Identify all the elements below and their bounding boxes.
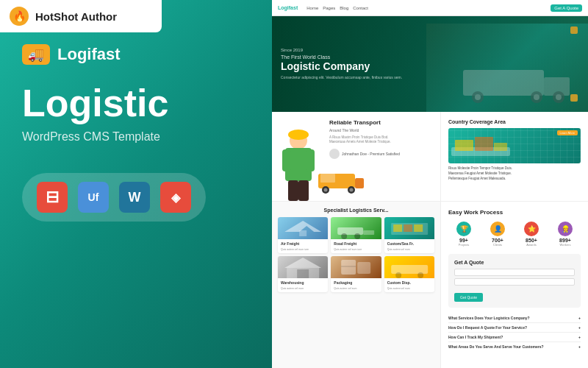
worker-figure [276, 127, 320, 201]
preview-hero-title-line2: Logistic Company [281, 60, 402, 73]
svg-rect-30 [363, 230, 374, 235]
svg-rect-25 [455, 140, 473, 151]
stat-awards-num: 850+ [516, 238, 547, 243]
van-icon [315, 168, 366, 197]
svg-rect-28 [299, 230, 306, 236]
preview-hero-sub: Consectetur adipiscing elit. Vestibulum … [281, 75, 402, 80]
stat-workers-num: 899+ [550, 238, 581, 243]
svg-point-44 [395, 272, 401, 278]
svg-rect-12 [282, 149, 291, 171]
get-quote-title: Get A Quote [454, 260, 575, 265]
stat-clients-num: 700+ [482, 238, 513, 243]
coverage-text-3: Pellentesque Feugiat Amet Malesuada. [448, 177, 581, 182]
air-freight-img [278, 217, 328, 239]
preview-mid-row: Reliable Transport Around The World A Ri… [272, 112, 588, 202]
header-title: HotShot Author [35, 10, 117, 23]
preview-nav-logo: Logifast [278, 5, 298, 10]
preview-hero: Since 2019 The First World Class Logisti… [272, 16, 588, 112]
stat-awards-icon: ⭐ [524, 222, 539, 236]
faq-expand-3[interactable]: + [578, 335, 581, 339]
quote-name-input[interactable] [454, 269, 575, 276]
stat-projects-label: Projects [448, 243, 479, 247]
faq-q-3-text: How Can I Track My Shipment? [448, 335, 503, 339]
stat-workers-icon: 👷 [558, 222, 573, 236]
faq-list: What Services Does Your Logistics Compan… [448, 314, 581, 351]
svg-rect-34 [393, 224, 402, 232]
brand-truck-icon: 🚚 [22, 44, 50, 65]
svg-point-31 [341, 233, 347, 239]
svg-point-32 [354, 233, 360, 239]
faq-expand-2[interactable]: + [578, 325, 581, 330]
header-bar: 🔥 HotShot Author [0, 0, 162, 32]
logistics-card-air: Air Freight Quis autem vel eum iure [278, 217, 328, 253]
preview-hero-title-line1: The First World Class [281, 54, 402, 60]
logistics-card-packaging: Packaging Quis autem vel eum [331, 256, 381, 292]
logistics-grid: Air Freight Quis autem vel eum iure Road… [278, 217, 434, 292]
quform-icon: ◈ [160, 182, 191, 213]
uf-icon: Uf [78, 182, 109, 213]
logistics-card-custom: Custom/Sea Fr. Quis autem vel eum [384, 217, 434, 253]
svg-rect-35 [404, 224, 412, 232]
faq-item-2[interactable]: How Do I Request A Quote For Your Servic… [448, 323, 581, 333]
stat-clients: 👤 700+ Clients [482, 222, 513, 247]
custom-sub: Quis autem vel eum [384, 248, 434, 253]
preview-nav-contact: Contact [353, 6, 368, 10]
specialist-logistics: Specialist Logistics Serv... Air Freight… [272, 202, 441, 368]
stat-clients-icon: 👤 [490, 222, 505, 236]
svg-point-45 [417, 272, 423, 278]
stat-awards-label: Awards [516, 243, 547, 247]
reliable-sub: A Risus Maxim Proin Tristique Duis Bod.M… [329, 135, 433, 146]
svg-rect-40 [341, 260, 356, 275]
logistics-title: Specialist Logistics Serv... [278, 208, 434, 213]
svg-rect-15 [298, 180, 309, 201]
faq-q-4-text: What Areas Do You Serve And Serve Your C… [448, 344, 544, 349]
stats-grid: 🏆 99+ Projects 👤 700+ Clients ⭐ 850+ Awa… [448, 222, 581, 247]
quote-email-input[interactable] [454, 278, 575, 286]
warehouse-sub: Quis autem vel eum [278, 287, 328, 292]
preview-nav-cta[interactable]: Get A Quote [551, 4, 582, 12]
faq-item-4[interactable]: What Areas Do You Serve And Serve Your C… [448, 342, 581, 351]
air-label: Air Freight [278, 239, 328, 248]
preview-nav-pages: Pages [323, 6, 335, 10]
svg-rect-13 [306, 149, 315, 171]
faq-expand-4[interactable]: + [578, 344, 581, 349]
stat-awards: ⭐ 850+ Awards [516, 222, 547, 247]
svg-rect-2 [463, 70, 544, 96]
preview-reliable-section: Reliable Transport Around The World A Ri… [272, 112, 441, 201]
custom-disp-img [384, 256, 434, 278]
get-quote-box: Get A Quote Get Quote [448, 254, 581, 308]
preview-hero-small-text: Since 2019 [281, 48, 402, 52]
faq-q-2-text: How Do I Request A Quote For Your Servic… [448, 325, 527, 330]
hotshot-logo-icon: 🔥 [9, 6, 29, 26]
faq-item-1[interactable]: What Services Does Your Logistics Compan… [448, 314, 581, 323]
stat-workers-label: Workers [550, 243, 581, 247]
logistics-card-road: Road Freight Quis autem vel eum iure [331, 217, 381, 253]
road-label: Road Freight [331, 239, 381, 248]
packaging-sub: Quis autem vel eum [331, 287, 381, 292]
faq-item-3[interactable]: How Can I Track My Shipment? + [448, 333, 581, 342]
warehouse-label: Warehousing [278, 278, 328, 287]
right-panel-preview: Logifast Home Pages Blog Contact Get A Q… [272, 0, 588, 368]
coverage-text-2: Maecenas Feugiat Amet Molestie Tristique… [448, 171, 581, 177]
svg-rect-27 [494, 143, 507, 151]
svg-rect-29 [337, 227, 363, 235]
road-sub: Quis autem vel eum iure [331, 248, 381, 253]
main-title: Logistic [22, 82, 250, 124]
svg-point-16 [288, 130, 309, 140]
left-panel: 🚚 Logifast Logistic WordPress CMS Templa… [0, 0, 272, 368]
reliable-content: Reliable Transport Around The World A Ri… [329, 119, 433, 159]
brand-name: Logifast [57, 45, 121, 64]
elementor-icon: ⊟ [37, 182, 68, 213]
svg-rect-26 [475, 137, 493, 151]
faq-expand-1[interactable]: + [578, 316, 581, 320]
coverage-cta-btn[interactable]: Learn More [557, 130, 578, 135]
svg-rect-41 [357, 262, 370, 274]
reliable-text: Around The World [329, 128, 433, 134]
easy-work-title: Easy Work Process [448, 209, 581, 216]
logistics-card-custom-disp: Custom Disp. Quis autem vel eum [384, 256, 434, 292]
coverage-title: Country Coverage Area [448, 119, 581, 124]
custom-disp-label: Custom Disp. [384, 278, 434, 287]
quote-submit-btn[interactable]: Get Quote [454, 293, 483, 302]
brand-row: 🚚 Logifast [22, 44, 250, 65]
stat-projects: 🏆 99+ Projects [448, 222, 479, 247]
